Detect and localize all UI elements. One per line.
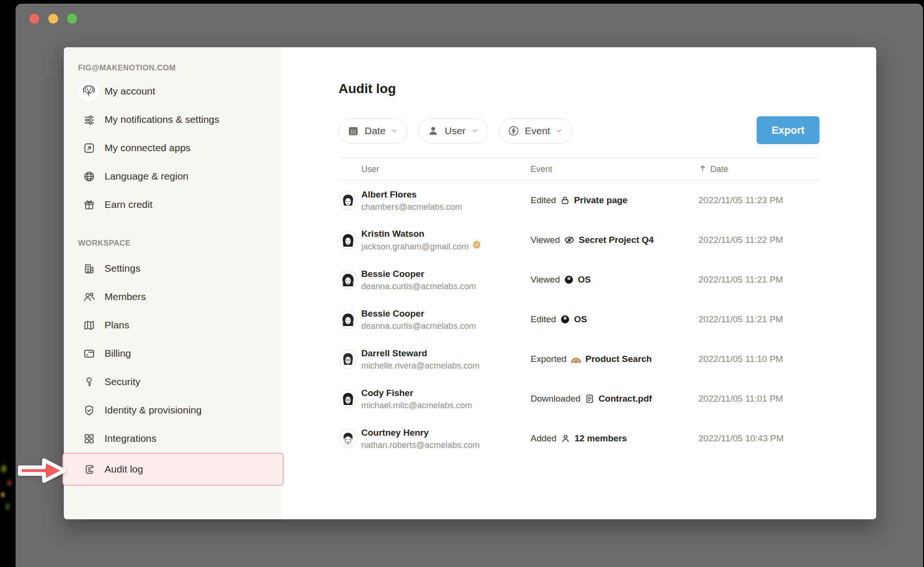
filter-label: User [445, 125, 465, 137]
event-action: Downloaded [531, 394, 581, 404]
sidebar-item-identity-provisioning[interactable]: Identity & provisioning [64, 396, 281, 424]
avatar [339, 231, 357, 249]
sort-arrow-up-icon [698, 164, 707, 175]
traffic-lights [29, 14, 77, 24]
document-icon [584, 394, 595, 404]
sidebar-item-security[interactable]: Security [64, 368, 281, 396]
event-action: Viewed [531, 275, 560, 285]
desktop-fragment [0, 450, 16, 521]
event-date: 2022/11/05 11:22 PM [698, 235, 819, 245]
event-object: OS [574, 314, 587, 325]
event-object: Contract.pdf [599, 394, 652, 404]
user-email: jackson.graham@gmail.com [361, 241, 469, 253]
user-name: Courtney Henry [361, 426, 479, 439]
table-row: Bessie Cooper deanna.curtis@acmelabs.com… [339, 300, 819, 339]
sidebar-item-connected-apps[interactable]: My connected apps [64, 134, 281, 162]
event-filter-button[interactable]: Event [499, 118, 573, 144]
user-name: Bessie Cooper [361, 267, 476, 280]
sidebar-item-label: My notifications & settings [105, 114, 219, 125]
user-email: chambers@acmelabs.com [361, 201, 462, 213]
arrow-up-right-box-icon [82, 141, 96, 155]
sidebar-item-billing[interactable]: Billing [64, 339, 281, 368]
eight-ball-icon: 8 [564, 275, 574, 285]
table-row: Courtney Henry nathan.roberts@acmelabs.c… [339, 419, 819, 458]
sidebar-item-my-account[interactable]: My account [64, 77, 281, 105]
sidebar-item-earn-credit[interactable]: Earn credit [64, 190, 281, 219]
event-date: 2022/11/05 10:43 PM [698, 433, 819, 444]
sidebar-item-label: Security [105, 376, 140, 387]
shield-check-icon [82, 403, 96, 417]
sidebar-item-label: My connected apps [105, 142, 191, 154]
column-header-user: User [339, 164, 531, 174]
close-button[interactable] [29, 14, 39, 24]
sidebar-item-plans[interactable]: Plans [64, 311, 281, 339]
event-date: 2022/11/05 11:01 PM [698, 394, 819, 404]
user-email: deanna.curtis@acmelabs.com [361, 280, 476, 292]
user-name: Darrell Steward [361, 347, 479, 360]
user-filter-button[interactable]: User [418, 118, 488, 144]
table-row: Kristin Watson jackson.graham@gmail.com … [339, 220, 819, 260]
table-row: Bessie Cooper deanna.curtis@acmelabs.com… [339, 260, 819, 300]
filter-label: Event [525, 125, 550, 137]
event-date: 2022/11/05 11:21 PM [698, 314, 819, 325]
filter-bar: Date User [339, 118, 572, 144]
settings-modal: FIG@MAKENOTION.COM My account [64, 47, 876, 519]
settings-sidebar: FIG@MAKENOTION.COM My account [64, 47, 281, 519]
user-name: Bessie Cooper [361, 307, 476, 320]
column-header-event: Event [531, 164, 698, 174]
event-date: 2022/11/05 11:10 PM [698, 354, 819, 364]
user-email: michael.mitc@acmelabs.com [361, 399, 472, 412]
macos-window: FIG@MAKENOTION.COM My account [16, 4, 923, 567]
table-row: Cody Fisher michael.mitc@acmelabs.com Do… [339, 379, 819, 419]
user-name: Albert Flores [361, 188, 462, 201]
table-header: User Event Date [339, 158, 819, 180]
chevron-down-icon [555, 127, 563, 135]
avatar [339, 390, 357, 408]
event-object: 12 members [575, 433, 627, 444]
sidebar-item-language-region[interactable]: Language & region [64, 162, 281, 190]
sidebar-item-label: Audit log [105, 464, 143, 475]
column-header-date[interactable]: Date [698, 164, 819, 175]
sidebar-item-members[interactable]: Members [64, 283, 281, 311]
date-filter-button[interactable]: Date [339, 118, 408, 144]
export-button[interactable]: Export [757, 116, 819, 144]
sidebar-item-label: Settings [105, 263, 140, 274]
user-name: Kristin Watson [361, 227, 481, 240]
event-date: 2022/11/05 11:23 PM [698, 195, 819, 206]
sidebar-item-audit-log[interactable]: Audit log [62, 453, 284, 486]
sidebar-item-integrations[interactable]: Integrations [64, 424, 281, 453]
page-title: Audit log [339, 81, 396, 96]
sidebar-item-label: Language & region [105, 171, 189, 182]
event-date: 2022/11/05 11:21 PM [698, 275, 819, 285]
event-action: Exported [531, 354, 567, 364]
people-icon [82, 290, 96, 304]
zoom-button[interactable] [67, 14, 77, 24]
sidebar-item-label: Billing [105, 348, 131, 359]
user-email: deanna.curtis@acmelabs.com [361, 320, 476, 332]
event-action: Edited [531, 195, 556, 206]
table-row: Albert Flores chambers@acmelabs.com Edit… [339, 180, 819, 220]
sidebar-item-label: Earn credit [105, 199, 153, 210]
avatar [339, 310, 357, 328]
globe-badge-icon [472, 240, 481, 253]
user-name: Cody Fisher [361, 387, 472, 399]
avatar [339, 271, 357, 289]
gift-icon [82, 198, 96, 212]
sidebar-item-notifications-settings[interactable]: My notifications & settings [64, 105, 281, 134]
sidebar-item-label: Identity & provisioning [105, 404, 201, 416]
building-icon [82, 261, 96, 275]
chevron-down-icon [471, 127, 479, 135]
sidebar-item-label: My account [105, 86, 155, 97]
filter-label: Date [365, 125, 385, 137]
sidebar-item-settings[interactable]: Settings [64, 254, 281, 283]
workspace-heading: WORKSPACE [78, 239, 281, 248]
minimize-button[interactable] [48, 14, 58, 24]
account-avatar [78, 81, 99, 102]
sidebar-item-label: Integrations [105, 433, 157, 444]
user-email: michelle.rivera@acmelabs.com [361, 360, 479, 372]
event-action: Viewed [531, 235, 560, 245]
table-row: Darrell Steward michelle.rivera@acmelabs… [339, 339, 819, 379]
sidebar-item-label: Plans [105, 319, 130, 331]
event-action: Added [531, 433, 557, 444]
person-outline-icon [560, 433, 571, 444]
